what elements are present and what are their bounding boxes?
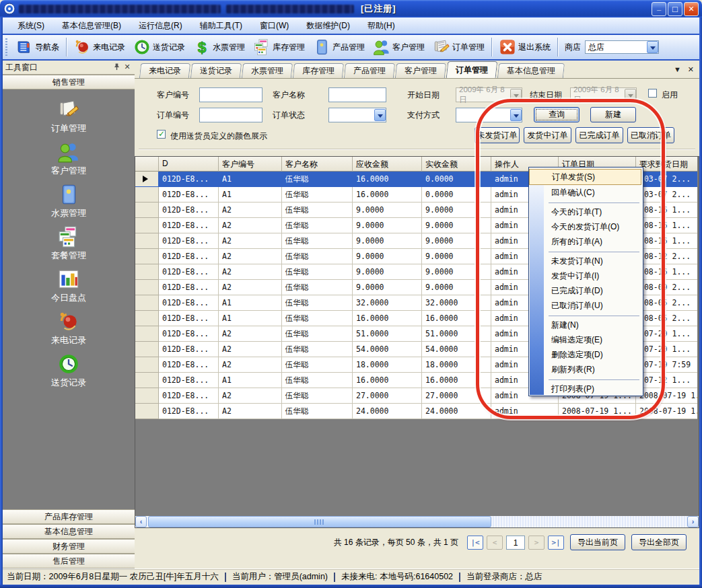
table-row[interactable]: 012D-E8... A2 伍华聪 24.0000 24.0000 admin … — [135, 404, 698, 419]
menu-item-today-shipped-orders[interactable]: 今天的发货订单(O) — [529, 220, 641, 235]
row-selector[interactable] — [135, 172, 159, 187]
menu-item-print-list[interactable]: 打印列表(P) — [529, 382, 641, 397]
menu-item-refresh-list[interactable]: 刷新列表(R) — [529, 363, 641, 377]
maximize-button[interactable] — [668, 2, 682, 16]
tab-customer[interactable]: 客户管理 — [395, 63, 446, 78]
row-selector[interactable] — [135, 311, 159, 326]
sidebar-item-call-log[interactable]: 来电记录 — [3, 307, 135, 349]
sidebar-group-finance[interactable]: 财务管理 — [3, 539, 135, 554]
tab-inventory[interactable]: 库存管理 — [293, 63, 344, 78]
sidebar-item-customer[interactable]: 客户管理 — [3, 137, 135, 180]
store-select[interactable]: 总店 — [585, 40, 659, 54]
sidebar-item-daily-check[interactable]: 今日盘点 — [3, 264, 135, 307]
menu-item-shipping-orders[interactable]: 发货中订单(I) — [529, 269, 641, 284]
customer-name-input[interactable] — [328, 87, 386, 102]
menu-item-completed-orders[interactable]: 已完成订单(D) — [529, 284, 641, 299]
menu-help[interactable]: 帮助(H) — [359, 18, 403, 34]
toolbar-customer-button[interactable]: 客户管理 — [369, 36, 429, 58]
column-header-id[interactable]: D — [159, 157, 219, 172]
pin-icon[interactable] — [113, 63, 122, 72]
menu-item-ship-order[interactable]: 订单发货(S) — [529, 169, 641, 185]
start-date-picker[interactable]: 2009年 6月 8日 — [456, 87, 522, 102]
sidebar-item-package[interactable]: 套餐管理 — [3, 222, 135, 264]
first-page-button[interactable]: |< — [467, 536, 483, 550]
chevron-down-icon[interactable] — [647, 41, 658, 53]
menu-system[interactable]: 系统(S) — [9, 18, 52, 34]
column-header-customer-no[interactable]: 客户编号 — [219, 157, 282, 172]
sidebar-item-order[interactable]: 订单管理 — [3, 95, 135, 137]
menu-tools[interactable]: 辅助工具(T) — [192, 18, 250, 34]
completed-orders-button[interactable]: 已完成订单 — [575, 127, 623, 143]
sidebar-item-ticket[interactable]: 水票管理 — [3, 180, 135, 222]
cancelled-orders-button[interactable]: 已取消订单 — [627, 127, 674, 143]
tab-basic-info[interactable]: 基本信息管理 — [497, 63, 565, 78]
export-current-page-button[interactable]: 导出当前页 — [570, 534, 625, 550]
menu-item-confirm-receipt[interactable]: 回单确认(C) — [529, 186, 641, 200]
menu-item-all-orders[interactable]: 所有的订单(A) — [529, 235, 641, 250]
sidebar-group-sales[interactable]: 销售管理 — [3, 75, 135, 89]
menu-item-delete-selected[interactable]: 删除选定项(D) — [529, 348, 641, 363]
tab-close-icon[interactable]: ✕ — [688, 65, 694, 74]
tab-call-log[interactable]: 来电记录 — [139, 63, 190, 78]
order-no-input[interactable] — [199, 108, 262, 122]
sidebar-group-product-inventory[interactable]: 产品库存管理 — [3, 509, 135, 524]
scroll-right-arrow-icon[interactable]: › — [687, 516, 699, 527]
row-selector[interactable] — [135, 357, 159, 373]
color-checkbox[interactable] — [157, 130, 166, 139]
menu-item-cancelled-orders[interactable]: 已取消订单(U) — [529, 299, 641, 314]
toolbar-ticket-button[interactable]: $ 水票管理 — [189, 36, 249, 58]
toolbar-call-log-button[interactable]: 来电记录 — [69, 36, 129, 58]
unshipped-orders-button[interactable]: 未发货订单 — [475, 127, 520, 143]
column-header-receivable[interactable]: 应收金额 — [353, 157, 422, 172]
next-page-button[interactable]: > — [528, 536, 545, 550]
menu-item-today-orders[interactable]: 今天的订单(T) — [529, 205, 641, 220]
toolbar-product-button[interactable]: 产品管理 — [309, 36, 369, 58]
column-header-received[interactable]: 实收金额 — [422, 157, 491, 172]
menu-item-new[interactable]: 新建(N) — [529, 318, 641, 333]
menu-basic-info[interactable]: 基本信息管理(B) — [54, 18, 129, 34]
pay-method-select[interactable] — [456, 108, 522, 122]
minimize-button[interactable] — [652, 2, 666, 16]
row-selector[interactable] — [135, 326, 159, 342]
query-button[interactable]: 查询 — [534, 107, 580, 122]
menu-data-maintain[interactable]: 数据维护(D) — [298, 18, 358, 34]
close-icon[interactable]: ✕ — [122, 63, 132, 72]
menu-run-info[interactable]: 运行信息(R) — [131, 18, 190, 34]
end-date-picker[interactable]: 2009年 6月 8日 — [570, 87, 637, 102]
horizontal-scrollbar[interactable]: ‹ › — [135, 516, 699, 527]
toolbar-delivery-log-button[interactable]: 送货记录 — [129, 36, 189, 58]
row-selector[interactable] — [135, 233, 159, 249]
export-all-pages-button[interactable]: 导出全部页 — [631, 534, 687, 550]
menu-item-edit-selected[interactable]: 编辑选定项(E) — [529, 333, 641, 348]
shipping-orders-button[interactable]: 发货中订单 — [524, 127, 571, 143]
sidebar-group-after-sales[interactable]: 售后管理 — [3, 554, 135, 568]
scrollbar-thumb[interactable] — [148, 516, 491, 527]
row-selector[interactable] — [135, 264, 159, 280]
row-selector[interactable] — [135, 373, 159, 388]
enable-checkbox[interactable] — [648, 89, 657, 98]
toolbar-nav-button[interactable]: 导航条 — [11, 36, 63, 58]
sidebar-group-basic-info[interactable]: 基本信息管理 — [3, 524, 135, 539]
row-selector[interactable] — [135, 295, 159, 311]
column-header-customer-name[interactable]: 客户名称 — [282, 157, 353, 172]
row-selector[interactable] — [135, 388, 159, 404]
prev-page-button[interactable]: < — [487, 536, 503, 550]
row-selector[interactable] — [135, 249, 159, 264]
toolbar-exit-button[interactable]: 退出系统 — [495, 36, 555, 58]
order-status-select[interactable] — [328, 108, 386, 122]
menu-item-unshipped-orders[interactable]: 未发货订单(N) — [529, 254, 641, 269]
row-selector[interactable] — [135, 280, 159, 295]
sidebar-item-delivery-log[interactable]: 送货记录 — [3, 349, 135, 392]
tab-product[interactable]: 产品管理 — [344, 63, 395, 78]
row-selector[interactable] — [135, 404, 159, 419]
last-page-button[interactable]: >| — [548, 536, 564, 550]
toolbar-order-button[interactable]: 订单管理 — [429, 36, 489, 58]
tab-delivery-log[interactable]: 送货记录 — [190, 63, 242, 78]
row-selector[interactable] — [135, 218, 159, 233]
tab-list-dropdown-icon[interactable]: ▼ — [674, 65, 681, 74]
toolbar-inventory-button[interactable]: 库存管理 — [249, 36, 309, 58]
row-selector[interactable] — [135, 187, 159, 203]
row-selector[interactable] — [135, 342, 159, 357]
close-button[interactable] — [684, 2, 699, 16]
new-button[interactable]: 新建 — [590, 107, 636, 122]
